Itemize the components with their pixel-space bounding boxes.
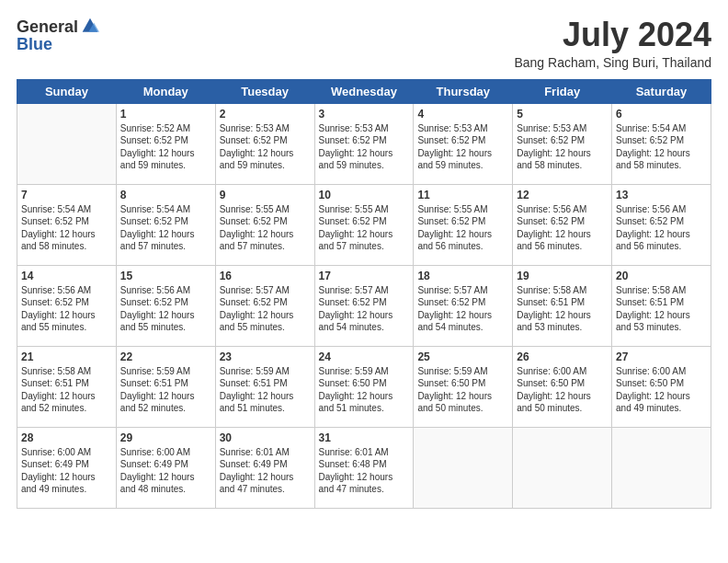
day-number: 18 xyxy=(417,270,508,282)
cell-content: Sunrise: 5:56 AM Sunset: 6:52 PM Dayligh… xyxy=(616,203,707,253)
calendar-week-row: 1Sunrise: 5:52 AM Sunset: 6:52 PM Daylig… xyxy=(17,103,711,184)
calendar-cell: 19Sunrise: 5:58 AM Sunset: 6:51 PM Dayli… xyxy=(513,265,612,346)
cell-content: Sunrise: 6:01 AM Sunset: 6:48 PM Dayligh… xyxy=(319,446,410,496)
calendar-week-row: 7Sunrise: 5:54 AM Sunset: 6:52 PM Daylig… xyxy=(17,184,711,265)
calendar-cell: 4Sunrise: 5:53 AM Sunset: 6:52 PM Daylig… xyxy=(414,103,513,184)
calendar-cell xyxy=(17,103,117,184)
calendar-cell xyxy=(513,427,612,508)
cell-content: Sunrise: 5:55 AM Sunset: 6:52 PM Dayligh… xyxy=(220,203,311,253)
day-number: 12 xyxy=(517,189,608,201)
day-number: 6 xyxy=(616,108,707,121)
cell-content: Sunrise: 5:54 AM Sunset: 6:52 PM Dayligh… xyxy=(120,203,211,253)
cell-content: Sunrise: 5:55 AM Sunset: 6:52 PM Dayligh… xyxy=(417,203,508,253)
calendar-day-header: Saturday xyxy=(612,79,711,103)
calendar-cell: 30Sunrise: 6:01 AM Sunset: 6:49 PM Dayli… xyxy=(215,427,314,508)
cell-content: Sunrise: 5:53 AM Sunset: 6:52 PM Dayligh… xyxy=(417,122,508,172)
calendar-cell: 9Sunrise: 5:55 AM Sunset: 6:52 PM Daylig… xyxy=(215,184,314,265)
day-number: 8 xyxy=(120,189,211,201)
cell-content: Sunrise: 5:58 AM Sunset: 6:51 PM Dayligh… xyxy=(616,284,707,334)
day-number: 31 xyxy=(319,431,410,444)
day-number: 27 xyxy=(616,350,707,363)
calendar-day-header: Friday xyxy=(513,79,612,103)
cell-content: Sunrise: 6:00 AM Sunset: 6:50 PM Dayligh… xyxy=(616,365,707,415)
cell-content: Sunrise: 5:59 AM Sunset: 6:50 PM Dayligh… xyxy=(417,365,508,415)
day-number: 4 xyxy=(417,108,508,121)
cell-content: Sunrise: 5:52 AM Sunset: 6:52 PM Dayligh… xyxy=(120,122,211,172)
calendar-cell: 28Sunrise: 6:00 AM Sunset: 6:49 PM Dayli… xyxy=(17,427,117,508)
day-number: 22 xyxy=(120,350,211,363)
day-number: 29 xyxy=(120,431,211,444)
cell-content: Sunrise: 5:59 AM Sunset: 6:51 PM Dayligh… xyxy=(120,365,211,415)
cell-content: Sunrise: 6:00 AM Sunset: 6:49 PM Dayligh… xyxy=(21,446,112,496)
calendar-cell: 8Sunrise: 5:54 AM Sunset: 6:52 PM Daylig… xyxy=(116,184,215,265)
calendar-cell: 20Sunrise: 5:58 AM Sunset: 6:51 PM Dayli… xyxy=(612,265,711,346)
subtitle: Bang Racham, Sing Buri, Thailand xyxy=(514,55,711,70)
calendar-header-row: SundayMondayTuesdayWednesdayThursdayFrid… xyxy=(17,79,711,103)
day-number: 11 xyxy=(417,189,508,201)
title-section: July 2024 Bang Racham, Sing Buri, Thaila… xyxy=(514,17,711,70)
calendar-cell xyxy=(612,427,711,508)
day-number: 16 xyxy=(220,270,311,282)
logo-icon xyxy=(81,17,99,35)
calendar-cell xyxy=(414,427,513,508)
calendar-week-row: 14Sunrise: 5:56 AM Sunset: 6:52 PM Dayli… xyxy=(17,265,711,346)
cell-content: Sunrise: 5:57 AM Sunset: 6:52 PM Dayligh… xyxy=(220,284,311,334)
day-number: 17 xyxy=(319,270,410,282)
calendar-cell: 24Sunrise: 5:59 AM Sunset: 6:50 PM Dayli… xyxy=(314,346,414,427)
calendar-cell: 3Sunrise: 5:53 AM Sunset: 6:52 PM Daylig… xyxy=(314,103,414,184)
logo-general: General xyxy=(17,18,78,35)
cell-content: Sunrise: 5:59 AM Sunset: 6:51 PM Dayligh… xyxy=(220,365,311,415)
calendar-cell: 5Sunrise: 5:53 AM Sunset: 6:52 PM Daylig… xyxy=(513,103,612,184)
cell-content: Sunrise: 6:00 AM Sunset: 6:49 PM Dayligh… xyxy=(120,446,211,496)
cell-content: Sunrise: 5:58 AM Sunset: 6:51 PM Dayligh… xyxy=(21,365,112,415)
day-number: 21 xyxy=(21,350,112,363)
calendar-cell: 11Sunrise: 5:55 AM Sunset: 6:52 PM Dayli… xyxy=(414,184,513,265)
day-number: 10 xyxy=(319,189,410,201)
cell-content: Sunrise: 5:58 AM Sunset: 6:51 PM Dayligh… xyxy=(517,284,608,334)
day-number: 5 xyxy=(517,108,608,121)
cell-content: Sunrise: 5:57 AM Sunset: 6:52 PM Dayligh… xyxy=(417,284,508,334)
calendar-cell: 21Sunrise: 5:58 AM Sunset: 6:51 PM Dayli… xyxy=(17,346,117,427)
page: General Blue July 2024 Bang Racham, Sing… xyxy=(0,0,728,563)
calendar-cell: 18Sunrise: 5:57 AM Sunset: 6:52 PM Dayli… xyxy=(414,265,513,346)
calendar: SundayMondayTuesdayWednesdayThursdayFrid… xyxy=(17,79,711,509)
calendar-day-header: Thursday xyxy=(414,79,513,103)
cell-content: Sunrise: 5:56 AM Sunset: 6:52 PM Dayligh… xyxy=(21,284,112,334)
cell-content: Sunrise: 5:53 AM Sunset: 6:52 PM Dayligh… xyxy=(517,122,608,172)
cell-content: Sunrise: 5:59 AM Sunset: 6:50 PM Dayligh… xyxy=(319,365,410,415)
cell-content: Sunrise: 5:56 AM Sunset: 6:52 PM Dayligh… xyxy=(120,284,211,334)
calendar-day-header: Sunday xyxy=(17,79,117,103)
calendar-week-row: 21Sunrise: 5:58 AM Sunset: 6:51 PM Dayli… xyxy=(17,346,711,427)
calendar-cell: 6Sunrise: 5:54 AM Sunset: 6:52 PM Daylig… xyxy=(612,103,711,184)
cell-content: Sunrise: 5:53 AM Sunset: 6:52 PM Dayligh… xyxy=(319,122,410,172)
calendar-day-header: Tuesday xyxy=(215,79,314,103)
cell-content: Sunrise: 5:57 AM Sunset: 6:52 PM Dayligh… xyxy=(319,284,410,334)
day-number: 15 xyxy=(120,270,211,282)
day-number: 23 xyxy=(220,350,311,363)
calendar-cell: 14Sunrise: 5:56 AM Sunset: 6:52 PM Dayli… xyxy=(17,265,117,346)
calendar-cell: 22Sunrise: 5:59 AM Sunset: 6:51 PM Dayli… xyxy=(116,346,215,427)
calendar-day-header: Wednesday xyxy=(314,79,414,103)
day-number: 1 xyxy=(120,108,211,121)
calendar-day-header: Monday xyxy=(116,79,215,103)
day-number: 20 xyxy=(616,270,707,282)
logo: General Blue xyxy=(17,17,99,54)
calendar-cell: 25Sunrise: 5:59 AM Sunset: 6:50 PM Dayli… xyxy=(414,346,513,427)
calendar-cell: 15Sunrise: 5:56 AM Sunset: 6:52 PM Dayli… xyxy=(116,265,215,346)
calendar-cell: 10Sunrise: 5:55 AM Sunset: 6:52 PM Dayli… xyxy=(314,184,414,265)
main-title: July 2024 xyxy=(514,17,711,53)
calendar-week-row: 28Sunrise: 6:00 AM Sunset: 6:49 PM Dayli… xyxy=(17,427,711,508)
header: General Blue July 2024 Bang Racham, Sing… xyxy=(17,17,711,70)
calendar-cell: 16Sunrise: 5:57 AM Sunset: 6:52 PM Dayli… xyxy=(215,265,314,346)
calendar-cell: 17Sunrise: 5:57 AM Sunset: 6:52 PM Dayli… xyxy=(314,265,414,346)
calendar-cell: 23Sunrise: 5:59 AM Sunset: 6:51 PM Dayli… xyxy=(215,346,314,427)
cell-content: Sunrise: 6:00 AM Sunset: 6:50 PM Dayligh… xyxy=(517,365,608,415)
cell-content: Sunrise: 5:54 AM Sunset: 6:52 PM Dayligh… xyxy=(616,122,707,172)
calendar-cell: 26Sunrise: 6:00 AM Sunset: 6:50 PM Dayli… xyxy=(513,346,612,427)
calendar-cell: 31Sunrise: 6:01 AM Sunset: 6:48 PM Dayli… xyxy=(314,427,414,508)
day-number: 13 xyxy=(616,189,707,201)
day-number: 26 xyxy=(517,350,608,363)
day-number: 19 xyxy=(517,270,608,282)
calendar-cell: 7Sunrise: 5:54 AM Sunset: 6:52 PM Daylig… xyxy=(17,184,117,265)
logo-blue: Blue xyxy=(17,35,52,53)
